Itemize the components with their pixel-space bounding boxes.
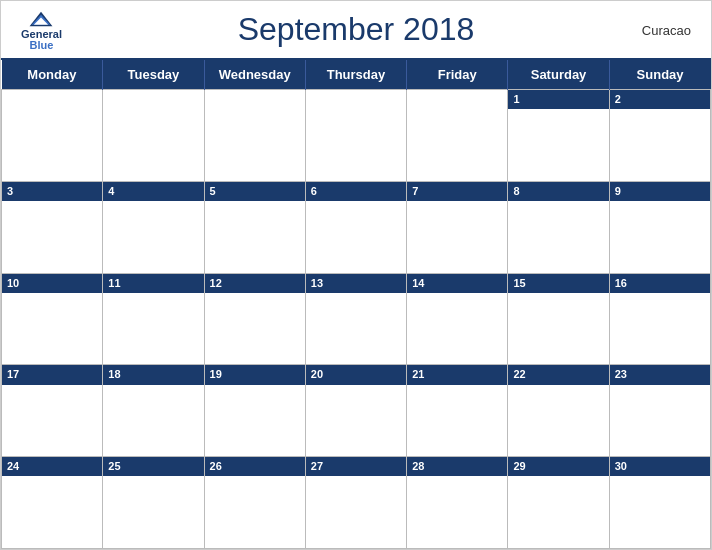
calendar-table: Monday Tuesday Wednesday Thursday Friday… <box>1 60 711 549</box>
day-cell: 7 <box>407 181 508 273</box>
calendar-header: General Blue September 2018 Curacao <box>1 1 711 58</box>
day-cell: 16 <box>609 273 710 365</box>
logo-icon <box>26 9 56 29</box>
day-number: 3 <box>2 182 102 201</box>
day-cell: 22 <box>508 365 609 457</box>
day-cell: 1 <box>508 90 609 182</box>
day-cell: 21 <box>407 365 508 457</box>
day-number: 22 <box>508 365 608 384</box>
week-row-5: 24252627282930 <box>2 457 711 549</box>
day-cell: 5 <box>204 181 305 273</box>
header-tuesday: Tuesday <box>103 60 204 90</box>
day-cell: 2 <box>609 90 710 182</box>
calendar: General Blue September 2018 Curacao Mond… <box>0 0 712 550</box>
week-row-3: 10111213141516 <box>2 273 711 365</box>
day-number: 21 <box>407 365 507 384</box>
day-headers-row: Monday Tuesday Wednesday Thursday Friday… <box>2 60 711 90</box>
day-cell: 10 <box>2 273 103 365</box>
day-number: 13 <box>306 274 406 293</box>
calendar-title: September 2018 <box>238 11 475 48</box>
day-cell: 14 <box>407 273 508 365</box>
header-monday: Monday <box>2 60 103 90</box>
day-cell: 28 <box>407 457 508 549</box>
calendar-grid: Monday Tuesday Wednesday Thursday Friday… <box>1 58 711 549</box>
day-number: 5 <box>205 182 305 201</box>
day-cell <box>2 90 103 182</box>
header-friday: Friday <box>407 60 508 90</box>
logo-blue-text: Blue <box>30 40 54 51</box>
day-number: 10 <box>2 274 102 293</box>
day-cell: 4 <box>103 181 204 273</box>
day-cell <box>103 90 204 182</box>
header-wednesday: Wednesday <box>204 60 305 90</box>
day-cell: 26 <box>204 457 305 549</box>
day-number: 15 <box>508 274 608 293</box>
day-cell: 30 <box>609 457 710 549</box>
day-cell: 18 <box>103 365 204 457</box>
day-number: 29 <box>508 457 608 476</box>
day-cell: 19 <box>204 365 305 457</box>
day-cell: 24 <box>2 457 103 549</box>
day-cell: 23 <box>609 365 710 457</box>
day-cell: 20 <box>305 365 406 457</box>
week-row-2: 3456789 <box>2 181 711 273</box>
day-number: 27 <box>306 457 406 476</box>
week-row-4: 17181920212223 <box>2 365 711 457</box>
day-number: 30 <box>610 457 710 476</box>
day-number: 25 <box>103 457 203 476</box>
day-cell <box>305 90 406 182</box>
day-number: 14 <box>407 274 507 293</box>
week-row-1: 12 <box>2 90 711 182</box>
day-number: 28 <box>407 457 507 476</box>
day-number: 23 <box>610 365 710 384</box>
day-cell: 29 <box>508 457 609 549</box>
day-number: 19 <box>205 365 305 384</box>
day-cell: 15 <box>508 273 609 365</box>
day-number: 11 <box>103 274 203 293</box>
day-cell: 13 <box>305 273 406 365</box>
country-label: Curacao <box>642 22 691 37</box>
header-saturday: Saturday <box>508 60 609 90</box>
day-number: 6 <box>306 182 406 201</box>
day-number: 12 <box>205 274 305 293</box>
day-cell: 6 <box>305 181 406 273</box>
day-number: 26 <box>205 457 305 476</box>
day-number: 17 <box>2 365 102 384</box>
day-cell: 3 <box>2 181 103 273</box>
day-cell: 12 <box>204 273 305 365</box>
header-thursday: Thursday <box>305 60 406 90</box>
day-number: 1 <box>508 90 608 109</box>
day-cell: 8 <box>508 181 609 273</box>
day-number: 7 <box>407 182 507 201</box>
day-cell: 9 <box>609 181 710 273</box>
header-sunday: Sunday <box>609 60 710 90</box>
calendar-tbody: 1234567891011121314151617181920212223242… <box>2 90 711 549</box>
day-number: 18 <box>103 365 203 384</box>
day-cell <box>204 90 305 182</box>
day-cell: 17 <box>2 365 103 457</box>
day-number: 8 <box>508 182 608 201</box>
day-number: 16 <box>610 274 710 293</box>
day-cell: 27 <box>305 457 406 549</box>
day-number: 2 <box>610 90 710 109</box>
day-number: 4 <box>103 182 203 201</box>
logo: General Blue <box>21 9 62 51</box>
calendar-thead: Monday Tuesday Wednesday Thursday Friday… <box>2 60 711 90</box>
day-cell <box>407 90 508 182</box>
day-cell: 11 <box>103 273 204 365</box>
day-number: 9 <box>610 182 710 201</box>
day-number: 24 <box>2 457 102 476</box>
day-number: 20 <box>306 365 406 384</box>
day-cell: 25 <box>103 457 204 549</box>
